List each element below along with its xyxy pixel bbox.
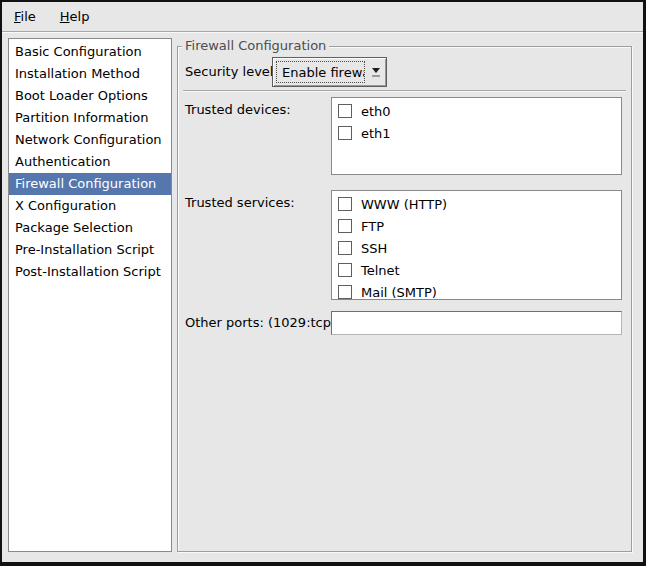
service-item-label: WWW (HTTP): [361, 197, 447, 212]
device-item-eth0[interactable]: eth0: [332, 100, 621, 122]
sidebar-item-authentication[interactable]: Authentication: [9, 151, 171, 173]
ssh-checkbox[interactable]: [338, 241, 352, 255]
service-item-ssh[interactable]: SSH: [332, 237, 621, 259]
security-level-value: Enable firewall: [276, 61, 365, 83]
device-item-label: eth1: [361, 126, 391, 141]
sidebar-item-firewall-configuration[interactable]: Firewall Configuration: [9, 173, 171, 195]
trusted-devices-list: eth0 eth1: [331, 97, 622, 175]
service-item-telnet[interactable]: Telnet: [332, 259, 621, 281]
service-item-label: Mail (SMTP): [361, 285, 437, 300]
service-item-label: SSH: [361, 241, 387, 256]
frame-title: Firewall Configuration: [182, 38, 329, 53]
other-ports-input[interactable]: [331, 311, 622, 335]
sidebar-item-basic-configuration[interactable]: Basic Configuration: [9, 41, 171, 63]
security-level-label: Security level:: [185, 64, 278, 79]
trusted-services-list: WWW (HTTP) FTP SSH Telnet Mail (SMTP): [331, 190, 622, 300]
www-http-checkbox[interactable]: [338, 197, 352, 211]
sidebar-item-x-configuration[interactable]: X Configuration: [9, 195, 171, 217]
config-steps-list: Basic ConfigurationInstallation MethodBo…: [8, 38, 172, 552]
eth0-checkbox[interactable]: [338, 104, 352, 118]
trusted-services-label: Trusted services:: [185, 195, 295, 210]
dropdown-arrow-icon: [366, 58, 386, 86]
menu-file[interactable]: File: [5, 5, 45, 28]
other-ports-label: Other ports: (1029:tcp): [185, 315, 336, 330]
sidebar-item-pre-installation-script[interactable]: Pre-Installation Script: [9, 239, 171, 261]
telnet-checkbox[interactable]: [338, 263, 352, 277]
trusted-devices-label: Trusted devices:: [185, 102, 291, 117]
service-item-mail-smtp[interactable]: Mail (SMTP): [332, 281, 621, 300]
service-item-label: FTP: [361, 219, 384, 234]
ftp-checkbox[interactable]: [338, 219, 352, 233]
section-separator: [183, 90, 626, 92]
menu-help[interactable]: Help: [51, 5, 99, 28]
eth1-checkbox[interactable]: [338, 126, 352, 140]
service-item-ftp[interactable]: FTP: [332, 215, 621, 237]
sidebar-item-installation-method[interactable]: Installation Method: [9, 63, 171, 85]
sidebar-item-network-configuration[interactable]: Network Configuration: [9, 129, 171, 151]
mail-smtp-checkbox[interactable]: [338, 285, 352, 299]
menubar-separator: [2, 31, 643, 33]
firewall-configuration-frame: Firewall Configuration Security level: E…: [177, 46, 632, 552]
security-level-dropdown[interactable]: Enable firewall: [272, 57, 387, 87]
sidebar-item-boot-loader-options[interactable]: Boot Loader Options: [9, 85, 171, 107]
service-item-www-http[interactable]: WWW (HTTP): [332, 193, 621, 215]
device-item-label: eth0: [361, 104, 391, 119]
sidebar-item-package-selection[interactable]: Package Selection: [9, 217, 171, 239]
sidebar-item-post-installation-script[interactable]: Post-Installation Script: [9, 261, 171, 283]
sidebar-item-partition-information[interactable]: Partition Information: [9, 107, 171, 129]
kickstart-configurator-window: File Help Basic ConfigurationInstallatio…: [0, 0, 646, 566]
device-item-eth1[interactable]: eth1: [332, 122, 621, 144]
service-item-label: Telnet: [361, 263, 400, 278]
menubar: File Help: [2, 2, 643, 31]
